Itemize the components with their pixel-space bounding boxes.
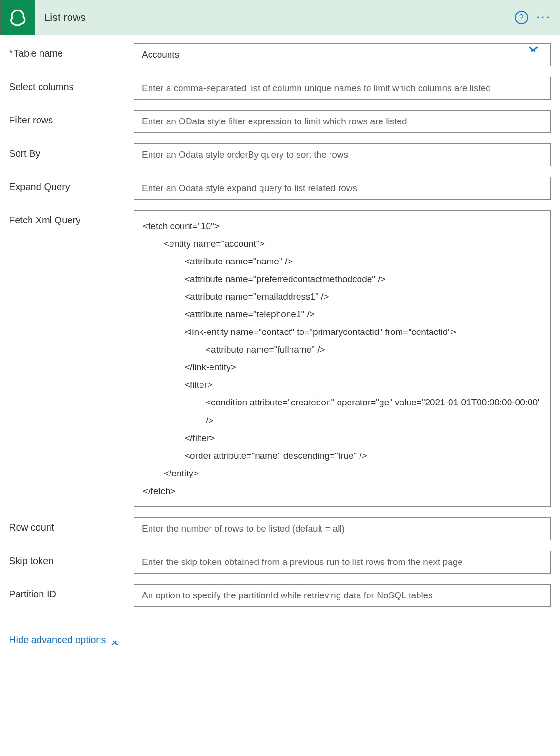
field-partition-id: Partition ID [9,584,551,607]
sort-by-input[interactable] [134,143,551,166]
field-select-columns: Select columns [9,77,551,100]
required-indicator: * [9,48,13,59]
action-card: List rows ? ··· *Table name Accounts Sel… [0,0,560,658]
help-icon[interactable]: ? [515,11,528,24]
fetch-xml-line: <link-entity name="contact" to="primaryc… [143,323,542,341]
fetch-xml-line: </filter> [143,429,542,447]
expand-query-input[interactable] [134,177,551,200]
table-name-value: Accounts [142,50,179,60]
field-fetch-xml: Fetch Xml Query <fetch count="10"><entit… [9,210,551,507]
table-name-label: Table name [14,48,63,59]
dataverse-icon [0,0,35,35]
fetch-xml-line: </entity> [143,464,542,482]
filter-rows-input[interactable] [134,110,551,133]
fetch-xml-line: <entity name="account"> [143,235,542,252]
fetch-xml-line: </fetch> [143,482,542,500]
field-row-count: Row count [9,517,551,540]
table-name-select[interactable]: Accounts [134,43,551,66]
row-count-label: Row count [9,517,134,533]
card-body: *Table name Accounts Select columns Filt… [0,35,560,658]
fetch-xml-line: <attribute name="fullname" /> [143,341,542,358]
fetch-xml-line: </link-entity> [143,358,542,376]
fetch-xml-line: <condition attribute="createdon" operato… [143,393,542,429]
fetch-xml-input[interactable]: <fetch count="10"><entity name="account"… [134,210,551,507]
field-filter-rows: Filter rows [9,110,551,133]
fetch-xml-line: <attribute name="telephone1" /> [143,305,542,323]
field-skip-token: Skip token [9,551,551,574]
expand-query-label: Expand Query [9,177,134,192]
fetch-xml-line: <attribute name="name" /> [143,252,542,270]
fetch-xml-line: <filter> [143,376,542,393]
field-sort-by: Sort By [9,143,551,166]
fetch-xml-line: <order attribute="name" descending="true… [143,447,542,464]
row-count-input[interactable] [134,517,551,540]
skip-token-input[interactable] [134,551,551,574]
field-table-name: *Table name Accounts [9,43,551,66]
chevron-up-icon [110,637,119,643]
skip-token-label: Skip token [9,551,134,566]
sort-by-label: Sort By [9,143,134,159]
fetch-xml-line: <fetch count="10"> [143,217,542,235]
fetch-xml-line: <attribute name="preferredcontactmethodc… [143,270,542,288]
fetch-xml-label: Fetch Xml Query [9,210,134,226]
chevron-down-icon [527,51,540,59]
field-expand-query: Expand Query [9,177,551,200]
hide-advanced-options-label: Hide advanced options [9,635,106,645]
select-columns-input[interactable] [134,77,551,100]
partition-id-input[interactable] [134,584,551,607]
more-icon[interactable]: ··· [537,10,551,26]
partition-id-label: Partition ID [9,584,134,600]
filter-rows-label: Filter rows [9,110,134,126]
card-title: List rows [35,11,515,24]
card-header: List rows ? ··· [0,0,560,35]
hide-advanced-options-link[interactable]: Hide advanced options [9,635,119,645]
select-columns-label: Select columns [9,77,134,92]
fetch-xml-line: <attribute name="emailaddress1" /> [143,288,542,305]
